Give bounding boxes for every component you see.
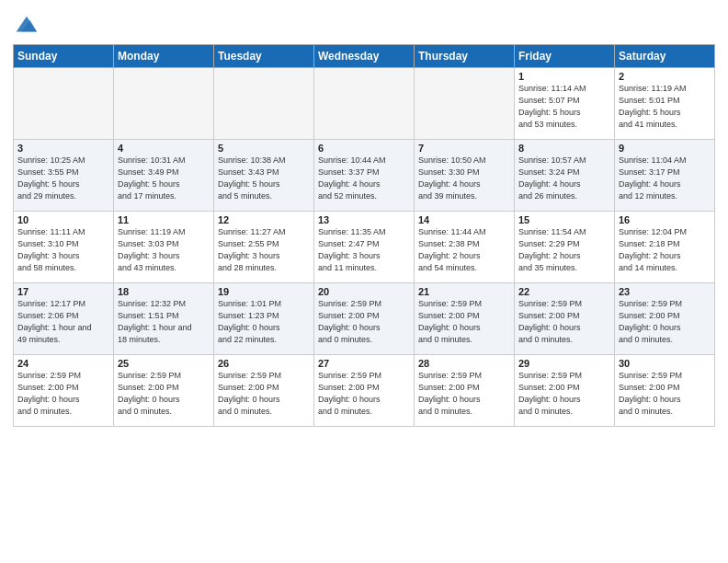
day-number: 21 <box>418 286 510 297</box>
day-info: Sunrise: 12:04 PM Sunset: 2:18 PM Daylig… <box>619 226 711 274</box>
header <box>13 9 715 39</box>
day-info: Sunrise: 11:19 AM Sunset: 5:01 PM Daylig… <box>619 83 711 131</box>
day-info: Sunrise: 2:59 PM Sunset: 2:00 PM Dayligh… <box>318 370 410 418</box>
calendar-cell <box>415 68 515 140</box>
day-number: 24 <box>17 358 109 369</box>
calendar-cell: 2Sunrise: 11:19 AM Sunset: 5:01 PM Dayli… <box>615 68 715 140</box>
day-number: 15 <box>518 214 610 225</box>
calendar-cell: 12Sunrise: 11:27 AM Sunset: 2:55 PM Dayl… <box>214 212 314 283</box>
calendar-cell: 28Sunrise: 2:59 PM Sunset: 2:00 PM Dayli… <box>415 355 515 427</box>
day-info: Sunrise: 11:04 AM Sunset: 3:17 PM Daylig… <box>619 155 711 202</box>
day-number: 12 <box>218 214 310 225</box>
day-info: Sunrise: 11:14 AM Sunset: 5:07 PM Daylig… <box>518 83 610 131</box>
calendar-week-4: 24Sunrise: 2:59 PM Sunset: 2:00 PM Dayli… <box>14 355 715 427</box>
calendar-cell <box>314 68 415 140</box>
calendar-cell: 21Sunrise: 2:59 PM Sunset: 2:00 PM Dayli… <box>415 283 515 355</box>
calendar-cell: 3Sunrise: 10:25 AM Sunset: 3:55 PM Dayli… <box>14 140 114 212</box>
day-info: Sunrise: 11:54 AM Sunset: 2:29 PM Daylig… <box>518 226 610 274</box>
calendar-cell: 7Sunrise: 10:50 AM Sunset: 3:30 PM Dayli… <box>415 140 515 212</box>
weekday-header-tuesday: Tuesday <box>214 45 314 68</box>
day-number: 19 <box>218 286 310 297</box>
calendar-cell: 6Sunrise: 10:44 AM Sunset: 3:37 PM Dayli… <box>314 140 415 212</box>
day-info: Sunrise: 12:32 PM Sunset: 1:51 PM Daylig… <box>118 298 210 346</box>
calendar-cell: 13Sunrise: 11:35 AM Sunset: 2:47 PM Dayl… <box>314 212 415 283</box>
day-number: 3 <box>17 143 109 154</box>
day-info: Sunrise: 10:50 AM Sunset: 3:30 PM Daylig… <box>418 155 510 202</box>
calendar-week-3: 17Sunrise: 12:17 PM Sunset: 2:06 PM Dayl… <box>14 283 715 355</box>
day-number: 14 <box>418 214 510 225</box>
day-number: 18 <box>118 286 210 297</box>
calendar-cell: 22Sunrise: 2:59 PM Sunset: 2:00 PM Dayli… <box>515 283 615 355</box>
day-info: Sunrise: 2:59 PM Sunset: 2:00 PM Dayligh… <box>418 298 510 346</box>
day-number: 27 <box>318 358 410 369</box>
day-number: 28 <box>418 358 510 369</box>
day-number: 7 <box>418 143 510 154</box>
day-number: 10 <box>17 214 109 225</box>
day-info: Sunrise: 10:25 AM Sunset: 3:55 PM Daylig… <box>17 155 109 202</box>
calendar-cell: 18Sunrise: 12:32 PM Sunset: 1:51 PM Dayl… <box>114 283 214 355</box>
day-number: 6 <box>318 143 410 154</box>
day-number: 8 <box>518 143 610 154</box>
calendar-cell: 15Sunrise: 11:54 AM Sunset: 2:29 PM Dayl… <box>515 212 615 283</box>
day-info: Sunrise: 2:59 PM Sunset: 2:00 PM Dayligh… <box>418 370 510 418</box>
calendar-cell: 11Sunrise: 11:19 AM Sunset: 3:03 PM Dayl… <box>114 212 214 283</box>
calendar-cell: 25Sunrise: 2:59 PM Sunset: 2:00 PM Dayli… <box>114 355 214 427</box>
calendar-cell: 1Sunrise: 11:14 AM Sunset: 5:07 PM Dayli… <box>515 68 615 140</box>
calendar-header-row: SundayMondayTuesdayWednesdayThursdayFrid… <box>14 45 715 68</box>
day-info: Sunrise: 10:44 AM Sunset: 3:37 PM Daylig… <box>318 155 410 202</box>
weekday-header-monday: Monday <box>114 45 214 68</box>
day-info: Sunrise: 1:01 PM Sunset: 1:23 PM Dayligh… <box>218 298 310 346</box>
calendar-cell: 26Sunrise: 2:59 PM Sunset: 2:00 PM Dayli… <box>214 355 314 427</box>
calendar-cell <box>214 68 314 140</box>
day-number: 23 <box>619 286 711 297</box>
calendar-cell: 4Sunrise: 10:31 AM Sunset: 3:49 PM Dayli… <box>114 140 214 212</box>
calendar-cell: 9Sunrise: 11:04 AM Sunset: 3:17 PM Dayli… <box>615 140 715 212</box>
day-info: Sunrise: 12:17 PM Sunset: 2:06 PM Daylig… <box>17 298 109 346</box>
day-info: Sunrise: 10:57 AM Sunset: 3:24 PM Daylig… <box>518 155 610 202</box>
calendar-cell: 24Sunrise: 2:59 PM Sunset: 2:00 PM Dayli… <box>14 355 114 427</box>
calendar-cell: 20Sunrise: 2:59 PM Sunset: 2:00 PM Dayli… <box>314 283 415 355</box>
day-number: 29 <box>518 358 610 369</box>
calendar-cell: 10Sunrise: 11:11 AM Sunset: 3:10 PM Dayl… <box>14 212 114 283</box>
day-number: 30 <box>619 358 711 369</box>
calendar-cell: 19Sunrise: 1:01 PM Sunset: 1:23 PM Dayli… <box>214 283 314 355</box>
day-number: 4 <box>118 143 210 154</box>
day-info: Sunrise: 2:59 PM Sunset: 2:00 PM Dayligh… <box>619 370 711 418</box>
weekday-header-thursday: Thursday <box>415 45 515 68</box>
day-info: Sunrise: 11:11 AM Sunset: 3:10 PM Daylig… <box>17 226 109 274</box>
day-info: Sunrise: 2:59 PM Sunset: 2:00 PM Dayligh… <box>318 298 410 346</box>
calendar-cell: 16Sunrise: 12:04 PM Sunset: 2:18 PM Dayl… <box>615 212 715 283</box>
day-info: Sunrise: 11:35 AM Sunset: 2:47 PM Daylig… <box>318 226 410 274</box>
weekday-header-wednesday: Wednesday <box>314 45 415 68</box>
day-info: Sunrise: 10:31 AM Sunset: 3:49 PM Daylig… <box>118 155 210 202</box>
day-number: 26 <box>218 358 310 369</box>
day-number: 11 <box>118 214 210 225</box>
day-info: Sunrise: 2:59 PM Sunset: 2:00 PM Dayligh… <box>218 370 310 418</box>
logo <box>13 13 42 39</box>
weekday-header-sunday: Sunday <box>14 45 114 68</box>
day-info: Sunrise: 11:19 AM Sunset: 3:03 PM Daylig… <box>118 226 210 274</box>
day-info: Sunrise: 2:59 PM Sunset: 2:00 PM Dayligh… <box>17 370 109 418</box>
day-info: Sunrise: 11:27 AM Sunset: 2:55 PM Daylig… <box>218 226 310 274</box>
calendar-cell <box>114 68 214 140</box>
calendar-cell: 8Sunrise: 10:57 AM Sunset: 3:24 PM Dayli… <box>515 140 615 212</box>
day-info: Sunrise: 10:38 AM Sunset: 3:43 PM Daylig… <box>218 155 310 202</box>
day-number: 25 <box>118 358 210 369</box>
calendar-cell: 14Sunrise: 11:44 AM Sunset: 2:38 PM Dayl… <box>415 212 515 283</box>
calendar-cell <box>14 68 114 140</box>
day-number: 22 <box>518 286 610 297</box>
page-container: SundayMondayTuesdayWednesdayThursdayFrid… <box>0 0 728 432</box>
calendar-week-2: 10Sunrise: 11:11 AM Sunset: 3:10 PM Dayl… <box>14 212 715 283</box>
calendar-cell: 27Sunrise: 2:59 PM Sunset: 2:00 PM Dayli… <box>314 355 415 427</box>
calendar-cell: 29Sunrise: 2:59 PM Sunset: 2:00 PM Dayli… <box>515 355 615 427</box>
day-number: 13 <box>318 214 410 225</box>
calendar-week-1: 3Sunrise: 10:25 AM Sunset: 3:55 PM Dayli… <box>14 140 715 212</box>
day-number: 9 <box>619 143 711 154</box>
logo-icon <box>13 13 39 39</box>
weekday-header-friday: Friday <box>515 45 615 68</box>
day-info: Sunrise: 2:59 PM Sunset: 2:00 PM Dayligh… <box>518 370 610 418</box>
day-number: 1 <box>518 71 610 82</box>
calendar-week-0: 1Sunrise: 11:14 AM Sunset: 5:07 PM Dayli… <box>14 68 715 140</box>
day-info: Sunrise: 2:59 PM Sunset: 2:00 PM Dayligh… <box>518 298 610 346</box>
calendar-cell: 30Sunrise: 2:59 PM Sunset: 2:00 PM Dayli… <box>615 355 715 427</box>
